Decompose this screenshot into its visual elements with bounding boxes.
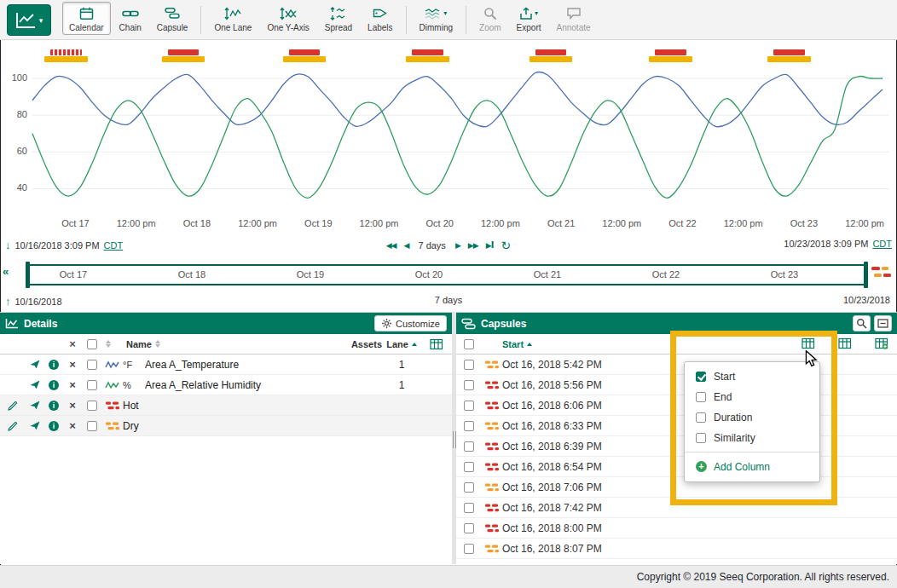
- pin-icon[interactable]: [30, 380, 40, 389]
- display-range-duration[interactable]: 7 days: [418, 240, 445, 251]
- display-range-start[interactable]: 10/16/2018 3:09 PM: [15, 240, 100, 251]
- capsule-checkbox[interactable]: [464, 544, 474, 554]
- capsule-row[interactable]: Oct 16, 2018 8:00 PM: [456, 518, 897, 539]
- info-icon[interactable]: i: [49, 380, 59, 390]
- column-header-name[interactable]: Name: [126, 339, 164, 349]
- view-mode-button[interactable]: ▾: [7, 4, 51, 36]
- info-icon[interactable]: i: [49, 401, 59, 411]
- auto-update-icon[interactable]: ↻: [501, 239, 512, 252]
- column-menu-item-duration[interactable]: Duration: [685, 407, 819, 428]
- column-header-assets[interactable]: Assets: [334, 339, 382, 349]
- menu-checkbox[interactable]: [696, 433, 706, 443]
- stats-grid-button[interactable]: [837, 337, 852, 350]
- dry-capsule-bar[interactable]: [649, 56, 692, 62]
- dry-capsule-bar[interactable]: [162, 56, 205, 62]
- column-menu-item-similarity[interactable]: Similarity: [685, 428, 819, 448]
- toolbar-button-chain[interactable]: Chain: [113, 2, 148, 35]
- dry-capsule-bar[interactable]: [767, 56, 811, 62]
- toolbar-button-capsule[interactable]: Capsule: [150, 2, 195, 35]
- add-column-grid-button[interactable]: [874, 337, 888, 350]
- column-header-lane[interactable]: Lane: [382, 339, 421, 349]
- dry-capsule-bar[interactable]: [530, 56, 573, 62]
- row-checkbox[interactable]: [87, 421, 97, 431]
- step-back-full-icon[interactable]: ◀◀: [386, 241, 396, 250]
- chart-plot[interactable]: [0, 41, 897, 237]
- display-range-end[interactable]: 10/23/2018 3:09 PM: [784, 239, 868, 249]
- select-all-checkbox[interactable]: [87, 339, 97, 349]
- toolbar-button-one-y-axis[interactable]: One Y-Axis: [260, 2, 315, 35]
- capsule-row[interactable]: Oct 16, 2018 5:42 PM: [456, 355, 897, 375]
- hot-capsule-bar[interactable]: [412, 49, 443, 55]
- toolbar-button-calendar[interactable]: Calendar: [62, 2, 111, 35]
- toolbar-button-spread[interactable]: Spread: [318, 2, 359, 35]
- capsule-row[interactable]: Oct 16, 2018 7:42 PM: [456, 498, 897, 518]
- capsule-checkbox[interactable]: [464, 401, 474, 411]
- capsule-checkbox[interactable]: [464, 360, 474, 370]
- capsule-checkbox[interactable]: [464, 564, 474, 565]
- pin-icon[interactable]: [30, 360, 40, 369]
- capsule-row[interactable]: Oct 16, 2018 7:06 PM: [456, 477, 897, 498]
- range-start-arrow-icon[interactable]: ↓: [5, 239, 11, 251]
- step-to-now-icon[interactable]: ▶: [486, 241, 494, 250]
- toolbar-button-labels[interactable]: Labels: [361, 2, 399, 35]
- details-row[interactable]: i×°FArea A_Temperature1: [0, 355, 452, 375]
- info-icon[interactable]: i: [49, 360, 59, 370]
- sort-icon[interactable]: [106, 340, 111, 348]
- remove-icon[interactable]: ×: [69, 400, 76, 411]
- timezone-link[interactable]: CDT: [104, 240, 124, 251]
- menu-checkbox[interactable]: [696, 412, 706, 423]
- capsule-time-icon[interactable]: [871, 264, 893, 281]
- info-icon[interactable]: i: [49, 421, 59, 431]
- column-header-start[interactable]: Start: [502, 339, 532, 349]
- capsule-checkbox[interactable]: [464, 523, 474, 533]
- capsule-zoom-button[interactable]: [853, 315, 871, 331]
- pin-icon[interactable]: [30, 421, 40, 430]
- edit-icon[interactable]: [8, 421, 18, 431]
- investigate-start-arrow-icon[interactable]: ↑: [5, 295, 11, 308]
- details-row[interactable]: i×Dry: [0, 416, 452, 436]
- toolbar-button-export[interactable]: ▾ Export: [510, 2, 548, 35]
- toolbar-button-one-lane[interactable]: One Lane: [207, 2, 258, 35]
- toolbar-button-annotate[interactable]: Annotate: [550, 2, 598, 35]
- remove-icon[interactable]: ×: [69, 420, 76, 431]
- remove-icon[interactable]: ×: [69, 359, 76, 370]
- menu-checkbox[interactable]: [696, 372, 706, 382]
- table-grid-icon[interactable]: [430, 338, 443, 350]
- hot-capsule-bar[interactable]: [168, 49, 200, 55]
- column-menu-item-start[interactable]: Start: [685, 366, 819, 387]
- dry-capsule-bar[interactable]: [44, 56, 88, 62]
- investigate-range-slider[interactable]: Oct 17Oct 18Oct 19Oct 20Oct 21Oct 22Oct …: [27, 264, 866, 285]
- capsule-row[interactable]: Oct 16, 2018 5:56 PM: [456, 375, 897, 395]
- collapse-timebar-icon[interactable]: «: [3, 265, 9, 278]
- step-forward-full-icon[interactable]: ▶▶: [468, 241, 478, 250]
- hot-capsule-bar[interactable]: [773, 49, 805, 55]
- sort-icon[interactable]: [155, 340, 160, 348]
- column-menu-item-end[interactable]: End: [685, 387, 819, 407]
- trend-chart[interactable]: 100 80 60 40 Oct 1712:00 pmOct 1812:00 p…: [0, 41, 897, 237]
- column-chooser-button[interactable]: [801, 337, 815, 350]
- select-all-capsules-checkbox[interactable]: [464, 339, 474, 349]
- menu-checkbox[interactable]: [696, 392, 706, 402]
- dry-capsule-bar[interactable]: [406, 56, 449, 62]
- hot-capsule-bar[interactable]: [535, 49, 567, 55]
- add-column-menu-item[interactable]: + Add Column: [685, 456, 819, 477]
- toolbar-button-dimming[interactable]: ▾ Dimming: [413, 2, 460, 35]
- capsule-checkbox[interactable]: [464, 380, 474, 390]
- hot-capsule-bar[interactable]: [50, 49, 82, 55]
- collapse-panel-button[interactable]: [874, 315, 892, 331]
- edit-icon[interactable]: [8, 401, 18, 411]
- capsule-row[interactable]: Oct 16, 2018 6:33 PM: [456, 416, 897, 436]
- capsule-checkbox[interactable]: [464, 462, 474, 472]
- remove-icon[interactable]: ×: [69, 379, 76, 390]
- capsule-row[interactable]: Oct 16, 2018 6:54 PM: [456, 457, 897, 477]
- dry-capsule-bar[interactable]: [283, 56, 327, 62]
- customize-button[interactable]: Customize: [374, 315, 447, 331]
- capsule-checkbox[interactable]: [464, 421, 474, 431]
- step-forward-half-icon[interactable]: ▶: [455, 241, 460, 250]
- pin-icon[interactable]: [30, 401, 40, 410]
- capsule-row[interactable]: Oct 16, 2018 6:39 PM: [456, 436, 897, 457]
- hot-capsule-bar[interactable]: [655, 49, 686, 55]
- remove-all-icon[interactable]: ×: [63, 337, 82, 350]
- capsule-checkbox[interactable]: [464, 503, 474, 513]
- row-checkbox[interactable]: [87, 380, 97, 390]
